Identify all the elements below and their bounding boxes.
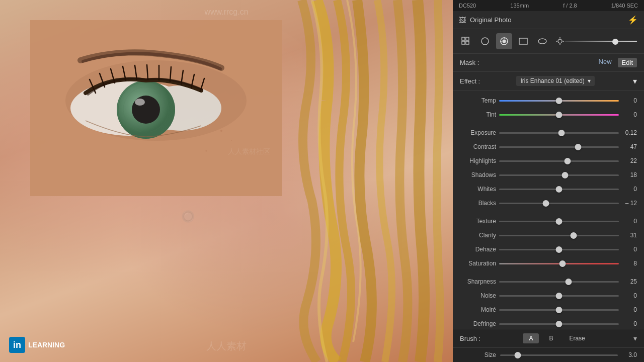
effect-value: Iris Enhance 01 (edited) xyxy=(520,77,584,84)
moire-track xyxy=(499,309,619,311)
exposure-slider[interactable] xyxy=(499,128,619,138)
clarity-label: Clarity xyxy=(460,232,496,239)
svg-point-36 xyxy=(538,39,546,44)
whites-value: 0 xyxy=(622,186,637,193)
highlights-slider[interactable] xyxy=(499,156,619,166)
linkedin-text: LEARNING xyxy=(28,341,65,349)
svg-rect-24 xyxy=(462,37,465,40)
blacks-value: – 12 xyxy=(622,200,637,207)
contrast-thumb[interactable] xyxy=(575,144,582,150)
linkedin-logo: in LEARNING xyxy=(9,337,65,353)
noise-track xyxy=(499,295,619,297)
brush-erase-button[interactable]: Erase xyxy=(563,333,591,343)
brightness-icon xyxy=(555,37,565,46)
brush-buttons: A B Erase xyxy=(523,333,591,343)
whites-thumb[interactable] xyxy=(556,186,562,193)
exposure-slider-row: Exposure 0.12 xyxy=(453,126,644,140)
highlights-thumb[interactable] xyxy=(564,158,571,164)
sharpness-track xyxy=(499,281,619,283)
ellipse-tool-button[interactable] xyxy=(534,33,550,49)
rect-tool-button[interactable] xyxy=(515,33,531,49)
brush-row: Brush : A B Erase ▾ xyxy=(453,329,644,347)
temp-slider[interactable] xyxy=(499,96,619,106)
moire-thumb[interactable] xyxy=(556,307,562,313)
circle-icon xyxy=(480,37,490,46)
sharpness-thumb[interactable] xyxy=(566,279,572,285)
contrast-value: 47 xyxy=(622,143,637,150)
info-bar: DC520 135mm f / 2.8 1/840 SEC xyxy=(453,0,644,11)
tool-brightness-slider[interactable] xyxy=(553,37,639,46)
dehaze-thumb[interactable] xyxy=(556,246,562,253)
brush-b-button[interactable]: B xyxy=(543,333,559,343)
shadows-slider-row: Shadows 18 xyxy=(453,168,644,182)
defringe-thumb[interactable] xyxy=(556,321,562,327)
tint-track xyxy=(499,114,619,116)
whites-slider-row: Whites 0 xyxy=(453,182,644,196)
contrast-slider[interactable] xyxy=(499,142,619,152)
tint-thumb[interactable] xyxy=(556,112,562,118)
brush-expand-icon[interactable]: ▾ xyxy=(633,334,637,342)
size-slider[interactable] xyxy=(500,350,618,360)
ellipse-icon xyxy=(538,37,547,46)
mask-edit-button[interactable]: Edit xyxy=(618,58,637,67)
defringe-slider[interactable] xyxy=(499,319,619,329)
clarity-value: 31 xyxy=(622,232,637,239)
noise-slider[interactable] xyxy=(499,291,619,301)
temp-slider-row: Temp 0 xyxy=(453,94,644,108)
sharpness-slider[interactable] xyxy=(499,277,619,287)
whites-track xyxy=(499,189,619,190)
texture-slider[interactable] xyxy=(499,216,619,226)
clarity-thumb[interactable] xyxy=(570,232,577,239)
effect-select-dropdown[interactable]: Iris Enhance 01 (edited) ▾ xyxy=(516,76,594,86)
saturation-value: 8 xyxy=(622,260,637,267)
size-value: 3.0 xyxy=(622,351,637,358)
size-thumb[interactable] xyxy=(515,352,521,358)
sharpness-label: Sharpness xyxy=(460,278,496,285)
whites-slider[interactable] xyxy=(499,184,619,194)
noise-label: Noise xyxy=(460,292,496,299)
circle-tool-button[interactable] xyxy=(477,33,493,49)
mask-new-button[interactable]: New xyxy=(599,58,612,67)
target-tool-button[interactable] xyxy=(496,33,512,49)
exposure-thumb[interactable] xyxy=(558,130,565,136)
original-photo-label: Original Photo xyxy=(470,16,511,24)
highlights-slider-row: Highlights 22 xyxy=(453,154,644,168)
texture-slider-row: Texture 0 xyxy=(453,214,644,228)
lightning-button[interactable]: ⚡ xyxy=(628,15,638,25)
sharpness-slider-row: Sharpness 25 xyxy=(453,275,644,289)
size-label: Size xyxy=(460,351,496,358)
eye-image xyxy=(30,20,282,196)
contrast-slider-row: Contrast 47 xyxy=(453,140,644,154)
shadows-slider[interactable] xyxy=(499,170,619,180)
tool-slider-track[interactable] xyxy=(565,41,637,42)
saturation-slider[interactable] xyxy=(499,258,619,268)
blacks-label: Blacks xyxy=(460,200,496,207)
clarity-track xyxy=(499,235,619,236)
texture-thumb[interactable] xyxy=(556,218,562,225)
svg-point-9 xyxy=(135,99,145,106)
original-photo-row: 🖼 Original Photo ⚡ xyxy=(453,11,644,29)
tool-slider-thumb[interactable] xyxy=(612,39,618,45)
tint-slider-row: Tint 0 xyxy=(453,108,644,122)
svg-rect-26 xyxy=(462,41,465,44)
clarity-slider[interactable] xyxy=(499,230,619,240)
shadows-thumb[interactable] xyxy=(561,172,568,178)
brush-a-button[interactable]: A xyxy=(523,333,539,343)
moire-slider[interactable] xyxy=(499,305,619,315)
mask-label: Mask : xyxy=(460,59,479,66)
saturation-thumb[interactable] xyxy=(559,260,566,267)
grid-tool-button[interactable] xyxy=(458,33,474,49)
moire-label: Moiré xyxy=(460,306,496,313)
mask-actions: New Edit xyxy=(599,58,637,67)
temp-label: Temp xyxy=(460,97,496,104)
blacks-thumb[interactable] xyxy=(542,200,549,207)
blacks-slider[interactable] xyxy=(499,198,619,208)
tint-slider[interactable] xyxy=(499,110,619,120)
dehaze-slider[interactable] xyxy=(499,244,619,254)
photo-icon: 🖼 xyxy=(459,16,466,24)
svg-point-22 xyxy=(206,150,207,152)
noise-thumb[interactable] xyxy=(556,293,562,299)
temp-thumb[interactable] xyxy=(556,98,562,104)
target-icon xyxy=(500,37,509,46)
effect-arrow-icon[interactable]: ▾ xyxy=(633,76,637,86)
